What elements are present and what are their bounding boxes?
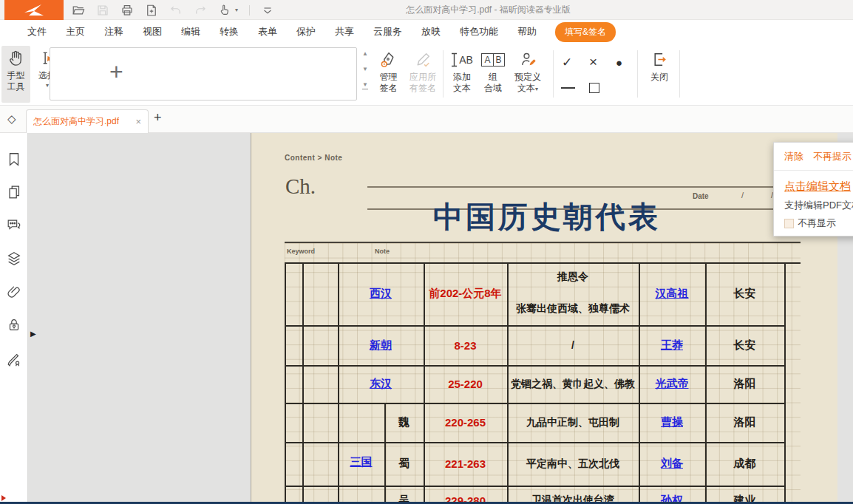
menu-present[interactable]: 放映 bbox=[412, 25, 450, 38]
apply-all-signatures-button: 应用所有签名 bbox=[405, 46, 441, 103]
panel-expand-arrow-icon[interactable]: ▶ bbox=[30, 330, 36, 338]
add-text-button[interactable]: AB 添加文本 bbox=[446, 46, 478, 103]
combine-field-label-2: 合域 bbox=[484, 83, 502, 93]
table-row: 新朝 bbox=[338, 325, 424, 365]
event-line: 推恩令 bbox=[557, 270, 588, 284]
menu-file[interactable]: 文件 bbox=[18, 25, 56, 38]
tab-fill-and-sign[interactable]: 填写&签名 bbox=[555, 22, 616, 42]
add-signature-plus-icon[interactable]: + bbox=[109, 58, 123, 86]
hand-tool-button[interactable]: 手型工具 bbox=[1, 46, 30, 103]
tab-close-icon[interactable]: × bbox=[131, 116, 141, 127]
line-stamp-button[interactable] bbox=[561, 87, 575, 89]
founder-link[interactable]: 曹操 bbox=[661, 415, 683, 429]
signatures-panel-icon[interactable] bbox=[6, 352, 22, 368]
menu-convert[interactable]: 转换 bbox=[210, 25, 248, 38]
manage-signature-label-1: 管理 bbox=[380, 72, 398, 82]
layers-panel-icon[interactable] bbox=[6, 251, 22, 267]
security-panel-icon[interactable] bbox=[6, 317, 22, 333]
add-text-label-2: 文本 bbox=[453, 83, 471, 93]
letter-b: B bbox=[493, 53, 505, 67]
menu-comment[interactable]: 注释 bbox=[95, 25, 133, 38]
manage-signature-button[interactable]: 管理签名 bbox=[373, 46, 404, 103]
combine-field-button[interactable]: A B 组合域 bbox=[478, 46, 508, 103]
content-area: ▶ Content > Note Ch. Date / / 中国历史朝代表 Ke… bbox=[0, 133, 853, 504]
ribbon-separator bbox=[637, 50, 638, 98]
founder-link[interactable]: 汉高祖 bbox=[656, 287, 689, 301]
dot-stamp-button[interactable]: ● bbox=[616, 56, 622, 69]
combine-field-icon: A B bbox=[481, 50, 504, 69]
events-cell: / bbox=[507, 325, 639, 365]
exit-icon bbox=[650, 50, 669, 69]
signature-scroll-controls: ▲ ▼ ▼ bbox=[361, 50, 370, 89]
menu-features[interactable]: 特色功能 bbox=[450, 25, 508, 38]
dont-show-checkbox[interactable] bbox=[784, 219, 794, 228]
document-title: 中国历史朝代表 bbox=[362, 198, 732, 236]
save-icon[interactable] bbox=[96, 4, 109, 17]
foxit-logo-icon[interactable] bbox=[4, 0, 64, 20]
add-text-label-1: 添加 bbox=[453, 72, 471, 82]
dynasty-link[interactable]: 东汉 bbox=[370, 377, 392, 391]
close-fill-sign-button[interactable]: 关闭 bbox=[642, 46, 676, 103]
menu-share[interactable]: 共享 bbox=[325, 25, 364, 38]
pages-panel-icon[interactable] bbox=[6, 184, 22, 200]
pen-icon bbox=[414, 50, 432, 69]
founder-link[interactable]: 王莽 bbox=[661, 338, 683, 353]
menu-form[interactable]: 表单 bbox=[248, 25, 287, 38]
founder-cell: 王莽 bbox=[639, 325, 705, 365]
period-cell: 25-220 bbox=[424, 365, 507, 403]
period-cell: 8-23 bbox=[424, 325, 507, 365]
menu-protect[interactable]: 保护 bbox=[287, 25, 325, 38]
events-cell: 九品中正制、屯田制 bbox=[507, 403, 639, 442]
pen-nib-icon bbox=[379, 50, 398, 69]
hand-icon bbox=[7, 50, 24, 67]
menubar: 文件 主页 注释 视图 编辑 转换 表单 保护 共享 云服务 放映 特色功能 帮… bbox=[0, 21, 853, 43]
ribbon-separator bbox=[443, 50, 444, 98]
new-tab-button[interactable]: + bbox=[154, 110, 162, 126]
scroll-to-end-icon[interactable]: ▼ bbox=[362, 81, 368, 89]
ribbon-separator bbox=[679, 50, 680, 98]
scroll-up-icon[interactable]: ▲ bbox=[362, 50, 368, 58]
founder-link[interactable]: 刘备 bbox=[661, 457, 683, 471]
founder-cell: 汉高祖 bbox=[639, 262, 705, 325]
menu-edit[interactable]: 编辑 bbox=[171, 25, 210, 38]
menu-view[interactable]: 视图 bbox=[133, 25, 171, 38]
menu-help[interactable]: 帮助 bbox=[508, 25, 546, 38]
menu-cloud[interactable]: 云服务 bbox=[364, 25, 412, 38]
scroll-down-icon[interactable]: ▼ bbox=[362, 66, 368, 73]
ribbon-fill-sign: 手型工具 选择 ▾ + ▲ ▼ ▼ 管理签名 应用所有签名 bbox=[0, 43, 853, 106]
capital-cell: 洛阳 bbox=[705, 403, 784, 442]
group-link[interactable]: 三国 bbox=[350, 455, 373, 469]
hand-tool-label-2: 工具 bbox=[7, 81, 25, 92]
table-line bbox=[285, 262, 286, 504]
table-line bbox=[302, 262, 304, 504]
manage-signature-label-2: 签名 bbox=[380, 83, 398, 93]
dynasty-link[interactable]: 西汉 bbox=[370, 287, 392, 301]
document-tab[interactable]: 怎么面对高中学习.pdf × bbox=[26, 109, 149, 133]
combine-field-label-1: 组 bbox=[489, 72, 497, 82]
add-text-icon: AB bbox=[451, 50, 473, 69]
founder-cell: 光武帝 bbox=[639, 365, 705, 403]
ribbon-separator bbox=[553, 50, 554, 98]
menu-home[interactable]: 主页 bbox=[56, 25, 95, 38]
popup-edit-document-link[interactable]: 点击编辑文档 bbox=[784, 180, 851, 194]
cross-stamp-button[interactable]: × bbox=[589, 55, 597, 68]
event-line: 张骞出使西域、独尊儒术 bbox=[516, 302, 630, 316]
square-stamp-button[interactable] bbox=[589, 83, 599, 93]
caret-down-icon: ▾ bbox=[535, 86, 538, 92]
ab-letters: AB bbox=[459, 54, 473, 66]
letter-a: A bbox=[481, 53, 492, 67]
hand-tool-label-1: 手型 bbox=[7, 70, 25, 81]
popup-no-more-prompt-link[interactable]: 不再提示 bbox=[813, 150, 852, 163]
open-file-icon[interactable] bbox=[72, 4, 85, 17]
dynasty-link[interactable]: 新朝 bbox=[370, 338, 392, 353]
attachments-panel-icon[interactable] bbox=[6, 284, 22, 300]
diamond-tool-icon[interactable]: ◇ bbox=[7, 112, 16, 126]
pdf-page[interactable]: Content > Note Ch. Date / / 中国历史朝代表 Keyw… bbox=[251, 133, 837, 504]
check-stamp-button[interactable]: ✓ bbox=[562, 56, 572, 69]
popup-clear-link[interactable]: 清除 bbox=[784, 150, 803, 163]
founder-link[interactable]: 光武帝 bbox=[656, 377, 689, 391]
bookmarks-panel-icon[interactable] bbox=[6, 151, 22, 168]
predefined-text-button[interactable]: 预定义文本▾ bbox=[509, 46, 547, 103]
comments-panel-icon[interactable] bbox=[6, 217, 22, 233]
signature-list-box[interactable]: + bbox=[50, 47, 357, 101]
